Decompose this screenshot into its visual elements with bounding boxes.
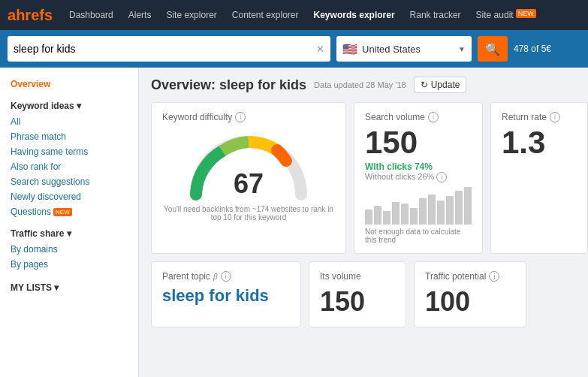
top-navigation: ahrefs Dashboard Alerts Site explorer Co… [0,0,588,30]
bar-9 [437,201,445,225]
update-button[interactable]: ↻ Update [414,77,467,93]
nav-content-explorer[interactable]: Content explorer [226,7,305,23]
rr-label: Return rate i [502,112,577,122]
sv-label: Search volume i [365,112,472,122]
nav-keywords-explorer[interactable]: Keywords explorer [308,7,401,23]
chart-note: Not enough data to calculate this trend [365,228,472,244]
beta-badge: β [213,273,218,281]
return-rate-value: 1.3 [502,127,577,158]
chevron-down-icon: ▼ [458,45,466,53]
country-name: United States [362,44,454,55]
bar-2 [374,206,381,225]
search-button[interactable]: 🔍 [478,36,508,62]
its-volume-label: Its volume [320,271,395,282]
keyword-value: sleep for kids [219,77,306,92]
sidebar-item-by-pages[interactable]: By pages [0,257,138,272]
traffic-info-icon[interactable]: i [489,271,499,282]
update-button-label: Update [431,80,460,90]
flag-icon: 🇺🇸 [342,42,357,56]
sidebar-item-phrase-match[interactable]: Phrase match [0,129,138,144]
parent-topic-info-icon[interactable]: i [221,271,231,282]
search-input-wrap: ✕ [8,36,330,62]
nav-dashboard[interactable]: Dashboard [63,7,119,23]
main-content: Overview: sleep for kids Data updated 28… [139,68,588,377]
volume-bar-chart [365,187,472,225]
content-header: Overview: sleep for kids Data updated 28… [151,77,576,93]
its-volume-value: 150 [320,286,395,318]
without-clicks-info-icon[interactable]: i [436,172,447,182]
gauge-chart: 67 You'll need backlinks from ~174 websi… [162,127,335,222]
metrics-cards-row: Keyword difficulty i [151,102,576,254]
page-title: Overview: sleep for kids [151,77,306,93]
bar-6 [410,208,418,225]
overview-prefix: Overview: [151,77,216,92]
traffic-potential-card: Traffic potential i 100 [414,261,526,327]
country-selector[interactable]: 🇺🇸 United States ▼ [336,36,472,62]
search-icon: 🔍 [485,42,500,56]
kd-label: Keyword difficulty i [162,112,335,122]
bar-11 [455,191,463,225]
logo[interactable]: ahrefs [8,7,53,24]
parent-keyword-value[interactable]: sleep for kids [162,286,290,306]
return-rate-card: Return rate i 1.3 [490,102,588,254]
sidebar-item-questions[interactable]: Questions [0,204,138,219]
sidebar: Overview Keyword ideas ▾ All Phrase matc… [0,68,139,377]
search-input[interactable] [14,43,313,55]
parent-topic-card: Parent topic β i sleep for kids [151,261,301,327]
sidebar-traffic-share-title[interactable]: Traffic share ▾ [0,225,138,242]
sidebar-item-also-rank-for[interactable]: Also rank for [0,159,138,174]
rr-info-icon[interactable]: i [550,112,560,122]
bottom-cards-row: Parent topic β i sleep for kids Its volu… [151,261,576,327]
nav-alerts[interactable]: Alerts [122,7,158,23]
refresh-icon: ↻ [421,80,428,90]
bar-4 [392,202,400,225]
with-clicks-label: With clicks 74% [365,161,472,172]
gauge-value: 67 [234,168,264,199]
data-updated-label: Data updated 28 May '18 [314,80,406,89]
search-volume-value: 150 [365,127,472,158]
keyword-difficulty-card: Keyword difficulty i [151,102,346,254]
kd-info-icon[interactable]: i [235,112,246,122]
nav-rank-tracker[interactable]: Rank tracker [404,7,467,23]
bar-3 [383,211,390,225]
traffic-potential-label: Traffic potential i [425,271,515,282]
without-clicks-label: Without clicks 26% i [365,172,472,182]
search-bar: ✕ 🇺🇸 United States ▼ 🔍 478 of 5€ [0,30,588,68]
bar-10 [446,196,454,225]
bar-5 [401,204,409,225]
logo-accent: a [8,7,16,23]
logo-text: hrefs [16,7,53,23]
search-volume-card: Search volume i 150 With clicks 74% With… [354,102,483,254]
sidebar-item-having-same-terms[interactable]: Having same terms [0,144,138,159]
traffic-potential-value: 100 [425,286,515,318]
clear-icon[interactable]: ✕ [316,44,324,55]
nav-site-explorer[interactable]: Site explorer [160,7,222,23]
bar-12 [464,187,472,225]
gauge-svg: 67 [181,127,316,202]
parent-topic-label: Parent topic β i [162,271,290,282]
sidebar-my-lists[interactable]: MY LISTS ▾ [0,278,138,297]
sidebar-item-all[interactable]: All [0,114,138,129]
result-count: 478 of 5€ [514,44,551,54]
bar-7 [419,198,427,225]
sidebar-item-by-domains[interactable]: By domains [0,242,138,257]
sidebar-keyword-ideas-title[interactable]: Keyword ideas ▾ [0,98,138,114]
main-layout: Overview Keyword ideas ▾ All Phrase matc… [0,68,588,377]
sidebar-item-search-suggestions[interactable]: Search suggestions [0,174,138,189]
bar-1 [365,210,372,225]
sv-info-icon[interactable]: i [428,112,439,122]
sidebar-item-newly-discovered[interactable]: Newly discovered [0,189,138,204]
nav-site-audit[interactable]: Site audit [470,7,542,23]
gauge-note: You'll need backlinks from ~174 websites… [162,205,335,222]
bar-8 [428,195,436,225]
sidebar-item-overview[interactable]: Overview [0,77,138,92]
its-volume-card: Its volume 150 [309,261,406,327]
